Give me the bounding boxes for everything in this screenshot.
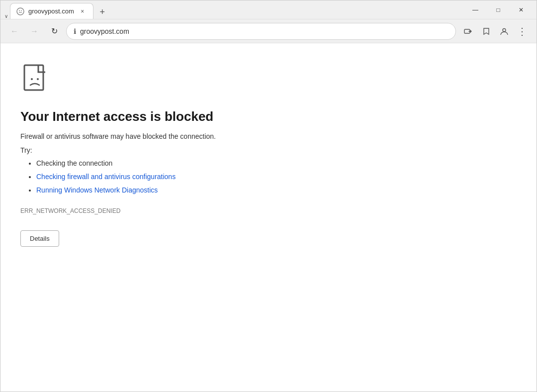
tab-title: groovypost.com <box>28 7 74 15</box>
forward-button[interactable]: → <box>26 23 42 39</box>
tab-favicon-icon <box>16 7 24 15</box>
share-button[interactable] <box>460 23 477 40</box>
details-button[interactable]: Details <box>20 230 59 247</box>
suggestion-item-2: Checking firewall and antivirus configur… <box>36 172 517 182</box>
maximize-button[interactable]: □ <box>487 0 510 19</box>
error-description: Firewall or antivirus software may have … <box>20 132 517 140</box>
url-text: groovypost.com <box>80 27 448 35</box>
suggestion-link-3[interactable]: Running Windows Network Diagnostics <box>36 186 158 194</box>
profile-icon <box>500 27 509 36</box>
share-icon <box>464 27 473 36</box>
suggestion-item-3: Running Windows Network Diagnostics <box>36 185 517 196</box>
svg-point-0 <box>17 8 24 15</box>
svg-point-3 <box>21 10 22 11</box>
menu-button[interactable]: ⋮ <box>514 23 531 40</box>
error-title: Your Internet access is blocked <box>20 109 517 124</box>
tab-chevron-icon[interactable]: ∨ <box>4 13 8 19</box>
info-icon: ℹ <box>74 27 76 35</box>
tab-area: ∨ groovypost.com × + <box>4 0 464 19</box>
profile-button[interactable] <box>496 23 513 40</box>
suggestions-list: Checking the connection Checking firewal… <box>20 158 517 196</box>
error-page: Your Internet access is blocked Firewall… <box>0 43 537 392</box>
toolbar: ← → ↻ ℹ groovypost.com <box>0 19 537 43</box>
back-button[interactable]: ← <box>6 23 22 39</box>
titlebar: ∨ groovypost.com × + — □ ✕ <box>0 0 537 19</box>
browser-window: ∨ groovypost.com × + — □ ✕ ← → ↻ <box>0 0 537 392</box>
try-label: Try: <box>20 146 517 154</box>
svg-point-7 <box>31 78 33 80</box>
svg-point-8 <box>37 78 39 80</box>
reload-button[interactable]: ↻ <box>46 23 62 39</box>
tab-close-button[interactable]: × <box>78 7 87 16</box>
active-tab[interactable]: groovypost.com × <box>10 3 93 19</box>
suggestion-item-1: Checking the connection <box>36 158 517 169</box>
error-icon <box>20 63 52 95</box>
svg-point-2 <box>19 10 20 11</box>
address-bar[interactable]: ℹ groovypost.com <box>66 23 456 40</box>
minimize-button[interactable]: — <box>464 0 487 19</box>
suggestion-link-2[interactable]: Checking firewall and antivirus configur… <box>36 173 176 181</box>
window-controls: — □ ✕ <box>464 0 533 19</box>
close-button[interactable]: ✕ <box>510 0 533 19</box>
svg-point-5 <box>503 28 506 31</box>
svg-rect-6 <box>24 65 43 90</box>
error-code: ERR_NETWORK_ACCESS_DENIED <box>20 207 517 214</box>
bookmark-icon <box>482 27 491 36</box>
suggestion-text-1: Checking the connection <box>36 159 112 167</box>
toolbar-actions: ⋮ <box>460 23 531 40</box>
new-tab-button[interactable]: + <box>95 5 109 19</box>
bookmark-button[interactable] <box>478 23 495 40</box>
